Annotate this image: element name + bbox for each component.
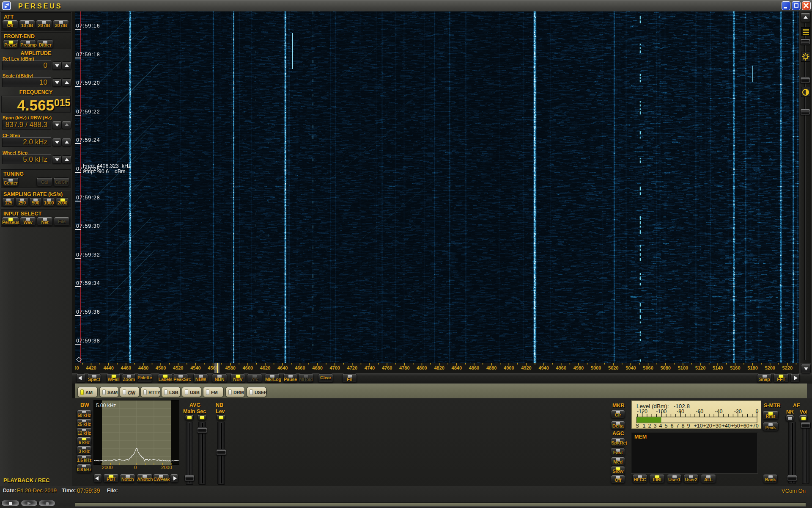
svg-text:5220: 5220 bbox=[782, 365, 793, 370]
svg-text:5020: 5020 bbox=[608, 365, 618, 370]
svg-text:4580: 4580 bbox=[225, 365, 235, 370]
svg-text:0: 0 bbox=[756, 409, 759, 414]
svg-text:-20: -20 bbox=[734, 409, 742, 414]
svg-text:S: S bbox=[636, 423, 639, 428]
svg-text:4400: 4400 bbox=[75, 365, 79, 370]
svg-text:4740: 4740 bbox=[365, 365, 375, 370]
svg-text:+20: +20 bbox=[703, 423, 712, 428]
svg-text:+30: +30 bbox=[712, 423, 721, 428]
svg-text:5100: 5100 bbox=[678, 365, 688, 370]
svg-text:5080: 5080 bbox=[660, 365, 670, 370]
svg-text:5120: 5120 bbox=[695, 365, 705, 370]
svg-text:4540: 4540 bbox=[190, 365, 200, 370]
svg-text:2: 2 bbox=[648, 423, 651, 428]
svg-text:6: 6 bbox=[671, 423, 674, 428]
svg-text:5000: 5000 bbox=[591, 365, 601, 370]
svg-text:-40: -40 bbox=[715, 409, 722, 414]
svg-text:+10: +10 bbox=[694, 423, 702, 428]
svg-text:4800: 4800 bbox=[417, 365, 427, 370]
svg-text:4660: 4660 bbox=[295, 365, 305, 370]
svg-text:4840: 4840 bbox=[452, 365, 462, 370]
svg-text:-60: -60 bbox=[696, 409, 703, 414]
svg-text:4780: 4780 bbox=[399, 365, 409, 370]
svg-text:5180: 5180 bbox=[747, 365, 757, 370]
svg-text:4620: 4620 bbox=[260, 365, 270, 370]
svg-text:4500: 4500 bbox=[156, 365, 166, 370]
svg-text:4420: 4420 bbox=[86, 365, 96, 370]
svg-text:3: 3 bbox=[654, 423, 657, 428]
svg-text:5160: 5160 bbox=[730, 365, 740, 370]
svg-text:4980: 4980 bbox=[573, 365, 584, 370]
svg-text:4960: 4960 bbox=[556, 365, 566, 370]
svg-text:4460: 4460 bbox=[121, 365, 131, 370]
svg-text:-120: -120 bbox=[637, 409, 647, 414]
svg-text:4480: 4480 bbox=[138, 365, 148, 370]
svg-text:7: 7 bbox=[676, 423, 679, 428]
svg-text:1: 1 bbox=[643, 423, 646, 428]
svg-text:4860: 4860 bbox=[469, 365, 479, 370]
svg-text:4880: 4880 bbox=[486, 365, 497, 370]
svg-text:4520: 4520 bbox=[173, 365, 183, 370]
svg-text:-100: -100 bbox=[656, 409, 667, 414]
svg-text:4900: 4900 bbox=[504, 365, 514, 370]
svg-text:+60: +60 bbox=[740, 423, 749, 428]
svg-text:4600: 4600 bbox=[243, 365, 253, 370]
svg-text:+40: +40 bbox=[721, 423, 730, 428]
svg-text:5060: 5060 bbox=[643, 365, 653, 370]
svg-text:4440: 4440 bbox=[103, 365, 113, 370]
svg-text:4700: 4700 bbox=[329, 365, 340, 370]
svg-text:5: 5 bbox=[665, 423, 668, 428]
svg-text:+50: +50 bbox=[731, 423, 740, 428]
svg-text:5200: 5200 bbox=[765, 365, 775, 370]
svg-text:4760: 4760 bbox=[382, 365, 392, 370]
svg-text:+70: +70 bbox=[749, 423, 758, 428]
svg-text:8: 8 bbox=[682, 423, 685, 428]
svg-text:5140: 5140 bbox=[713, 365, 723, 370]
svg-text:4720: 4720 bbox=[347, 365, 357, 370]
svg-text:4820: 4820 bbox=[434, 365, 444, 370]
svg-text:5040: 5040 bbox=[625, 365, 636, 370]
svg-text:4680: 4680 bbox=[312, 365, 322, 370]
svg-text:4640: 4640 bbox=[277, 365, 288, 370]
svg-text:4920: 4920 bbox=[521, 365, 531, 370]
svg-text:-80: -80 bbox=[677, 409, 684, 414]
svg-text:9: 9 bbox=[687, 423, 690, 428]
svg-text:4: 4 bbox=[659, 423, 662, 428]
svg-text:4940: 4940 bbox=[538, 365, 549, 370]
